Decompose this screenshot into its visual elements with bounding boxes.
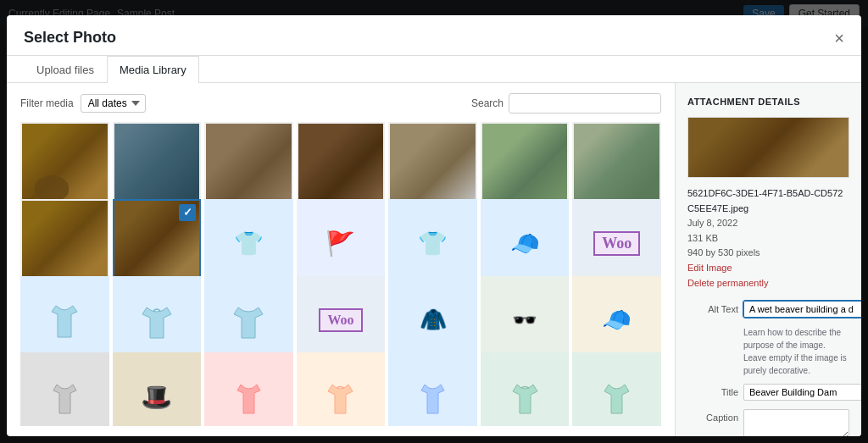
media-item[interactable]: 🚩 — [297, 199, 386, 288]
tab-upload-files[interactable]: Upload files — [24, 56, 107, 83]
delete-permanently-link[interactable]: Delete permanently — [687, 278, 768, 288]
media-item[interactable] — [572, 122, 661, 211]
media-item[interactable]: 👕 — [204, 199, 293, 288]
hat-icon: 🎩 — [141, 382, 172, 412]
media-item[interactable]: 🧢 — [481, 199, 570, 288]
title-row: Title — [687, 384, 849, 401]
attachment-thumbnail — [687, 117, 849, 178]
hoodie-svg — [140, 299, 174, 341]
filter-group: Filter media All dates — [20, 94, 146, 113]
media-item[interactable]: 🎩 — [113, 352, 202, 426]
shirt-gray-svg — [50, 379, 80, 415]
media-item[interactable] — [20, 352, 109, 426]
modal-header: Select Photo × — [7, 15, 861, 56]
woo-text: Woo — [593, 231, 640, 256]
shirt-icon: 👕 — [234, 230, 264, 257]
media-item[interactable] — [113, 276, 202, 365]
media-item[interactable] — [297, 352, 386, 426]
caption-label: Caption — [687, 409, 738, 423]
media-item[interactable] — [204, 122, 293, 211]
alt-text-label: Alt Text — [687, 301, 738, 314]
alt-text-input[interactable] — [743, 301, 861, 318]
caption-input[interactable] — [743, 409, 849, 436]
modal-title: Select Photo — [24, 29, 116, 47]
search-input[interactable] — [509, 93, 661, 114]
media-toolbar: Filter media All dates Search — [20, 93, 661, 114]
modal-tabs: Upload files Media Library — [7, 56, 861, 83]
selected-checkmark: ✓ — [179, 204, 196, 221]
hoodie-orange-svg — [326, 379, 355, 415]
cap-icon: 🧢 — [602, 306, 632, 334]
media-item[interactable] — [20, 122, 109, 211]
shirt-icon: 👕 — [418, 230, 448, 257]
search-label: Search — [471, 97, 504, 109]
hat-icon: 🧢 — [510, 230, 540, 257]
alt-text-row: Alt Text — [687, 301, 849, 318]
attachment-details-sidebar: ATTACHMENT DETAILS 5621DF6C-3DE1-4F71-B5… — [675, 83, 861, 436]
jacket-icon: 🧥 — [420, 307, 447, 333]
media-item[interactable]: 👕 — [388, 199, 477, 288]
filter-select[interactable]: All dates — [81, 94, 146, 113]
media-item[interactable] — [204, 276, 293, 365]
alt-text-help: Learn how to describe the purpose of the… — [687, 326, 849, 377]
media-item[interactable] — [572, 352, 661, 426]
sidebar-section-title: ATTACHMENT DETAILS — [687, 97, 849, 107]
media-item[interactable] — [113, 122, 202, 211]
media-item[interactable] — [20, 199, 109, 288]
media-item[interactable] — [481, 122, 570, 211]
select-photo-modal: Select Photo × Upload files Media Librar… — [7, 15, 861, 436]
media-item[interactable] — [20, 276, 109, 365]
modal-close-button[interactable]: × — [834, 30, 844, 47]
media-item[interactable] — [204, 352, 293, 426]
hoodie-green-svg — [510, 379, 540, 415]
media-item[interactable]: 🕶️ — [481, 276, 570, 365]
shirt-blue-svg — [418, 379, 448, 415]
media-item[interactable] — [388, 122, 477, 211]
attachment-date: July 8, 2022 — [687, 216, 849, 231]
pennant-icon: 🚩 — [326, 230, 355, 257]
filter-label: Filter media — [20, 97, 74, 109]
shirt-pink-svg — [234, 379, 264, 415]
media-item[interactable]: 🧢 — [572, 276, 661, 365]
media-item[interactable]: Woo — [572, 199, 661, 288]
attachment-info: 5621DF6C-3DE1-4F71-B5AD-CD572C5EE47E.jpe… — [687, 186, 849, 291]
search-group: Search — [471, 93, 661, 114]
modal-body: Filter media All dates Search — [7, 83, 861, 436]
hoodie2-svg — [231, 299, 265, 341]
caption-row: Caption — [687, 409, 849, 436]
title-label: Title — [687, 384, 738, 397]
media-grid: ✓ 👕 🚩 👕 🧢 Woo — [20, 122, 661, 426]
attachment-filesize: 131 KB — [687, 231, 849, 246]
edit-image-link[interactable]: Edit Image — [687, 263, 732, 273]
media-item[interactable] — [297, 122, 386, 211]
media-item[interactable]: Woo — [297, 276, 386, 365]
media-item[interactable] — [388, 352, 477, 426]
title-input[interactable] — [743, 384, 861, 401]
sunglasses-icon: 🕶️ — [512, 308, 537, 332]
attachment-filename: 5621DF6C-3DE1-4F71-B5AD-CD572C5EE47E.jpe… — [687, 186, 849, 216]
media-item-selected[interactable]: ✓ — [113, 199, 202, 288]
tab-media-library[interactable]: Media Library — [107, 56, 199, 83]
hoodie-green2-svg — [602, 379, 632, 415]
media-item[interactable] — [481, 352, 570, 426]
media-item[interactable]: 🧥 — [388, 276, 477, 365]
shirt-svg — [47, 299, 81, 341]
media-area: Filter media All dates Search — [7, 83, 675, 436]
woo-label: Woo — [327, 313, 353, 327]
attachment-dimensions: 940 by 530 pixels — [687, 246, 849, 261]
